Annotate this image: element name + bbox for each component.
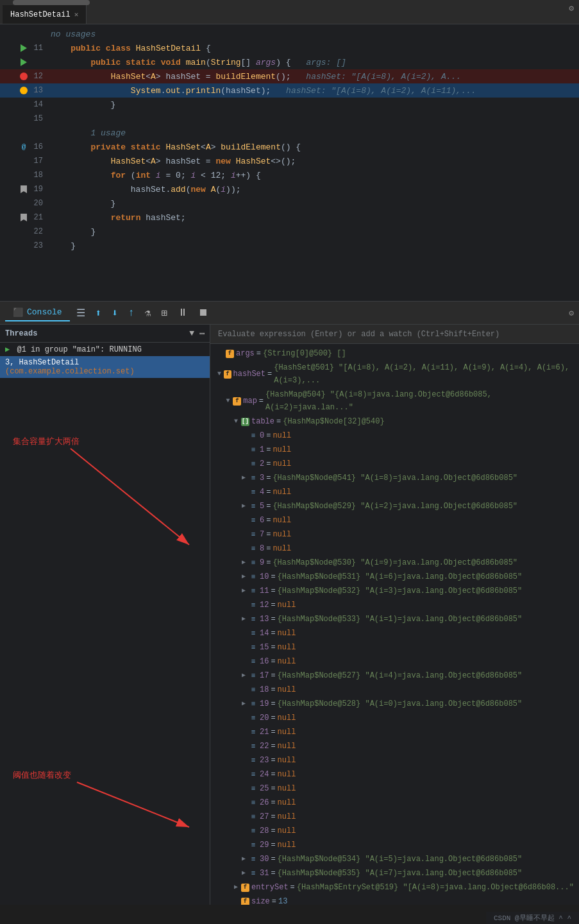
var-table-7[interactable]: ≡ 7 = null — [210, 527, 579, 542]
svg-line-3 — [77, 782, 189, 827]
debug-panel: Threads ▼ ⋯ ▶ @1 in group "main": RUNNIN… — [0, 325, 579, 905]
code-line-12: 12 HashSet<A> hashSet = buildElement(); … — [0, 69, 579, 83]
tab-hashsetdetail[interactable]: HashSetDetail ✕ — [3, 5, 87, 24]
threads-title: Threads — [5, 329, 37, 338]
var-table-26[interactable]: ≡ 26 = null — [210, 796, 579, 810]
var-table-9[interactable]: ≡ 9 = {HashMap$Node@530} "A(i=9)=java.la… — [210, 556, 579, 570]
tab-bar: HashSetDetail ✕ ⚙ — [0, 5, 579, 24]
var-table-arrow — [231, 415, 241, 428]
var-map-icon: f — [233, 397, 241, 406]
annotation-threshold-text: 阈值也随着改变 — [13, 769, 71, 781]
code-line-20: 20 } — [0, 196, 579, 210]
step-into-btn[interactable]: ⬇ — [108, 304, 122, 322]
var-2-icon: ≡ — [249, 459, 258, 468]
var-table-25[interactable]: ≡ 25 = null — [210, 782, 579, 796]
bookmark-icon-21 — [20, 214, 28, 221]
var-table-18[interactable]: ≡ 18 = null — [210, 683, 579, 697]
var-table-31[interactable]: ≡ 31 = {HashMap$Node@535} "A(i=7)=java.l… — [210, 866, 579, 880]
var-table-16[interactable]: ≡ 16 = null — [210, 654, 579, 669]
var-table[interactable]: [] table = {HashMap$Node[32]@540} — [210, 415, 579, 429]
annotation-capacity-arrow — [0, 378, 199, 750]
var-table-8[interactable]: ≡ 8 = null — [210, 542, 579, 556]
code-line-22: 22 } — [0, 225, 579, 239]
var-table-17[interactable]: ≡ 17 = {HashMap$Node@527} "A(i=4)=java.l… — [210, 669, 579, 683]
var-table-27[interactable]: ≡ 27 = null — [210, 810, 579, 824]
var-map-arrow — [223, 395, 233, 407]
var-11-arrow — [239, 585, 249, 597]
var-table-12[interactable]: ≡ 12 = null — [210, 598, 579, 612]
var-map[interactable]: f map = {HashMap@504} "{A(i=8)=java.lang… — [210, 388, 579, 415]
gutter-13: 13 — [0, 86, 48, 95]
console-label: Console — [27, 307, 62, 317]
var-table-10[interactable]: ≡ 10 = {HashMap$Node@531} "A(i=6)=java.l… — [210, 570, 579, 584]
var-table-14[interactable]: ≡ 14 = null — [210, 626, 579, 640]
var-table-22[interactable]: ≡ 22 = null — [210, 739, 579, 753]
var-table-29[interactable]: ≡ 29 = null — [210, 838, 579, 852]
var-hashset[interactable]: f hashSet = {HashSet@501} "[A(i=8), A(i=… — [210, 361, 579, 388]
var-0-icon: ≡ — [249, 431, 258, 440]
thread-main-item[interactable]: ▶ @1 in group "main": RUNNING — [0, 343, 210, 356]
var-table-30[interactable]: ≡ 30 = {HashMap$Node@534} "A(i=5)=java.l… — [210, 852, 579, 866]
code-line-15: 15 — [0, 112, 579, 126]
var-table-6[interactable]: ≡ 6 = null — [210, 513, 579, 527]
thread-active-item[interactable]: 3, HashSetDetail (com.example.collection… — [0, 356, 210, 378]
code-line-main: public static void main(String[] args) {… — [0, 55, 579, 69]
gutter-15: 15 — [0, 114, 48, 123]
var-9-icon: ≡ — [249, 558, 258, 567]
var-size[interactable]: f size = 13 — [210, 894, 579, 905]
var-entryset[interactable]: f entrySet = {HashMap$EntrySet@519} "[A(… — [210, 880, 579, 894]
var-table-icon: [] — [241, 418, 249, 426]
filter-threads-icon[interactable]: ▼ — [189, 329, 194, 339]
var-table-4[interactable]: ≡ 4 = null — [210, 485, 579, 499]
horizontal-scrollbar[interactable] — [0, 0, 579, 5]
var-hashset-icon: f — [224, 370, 231, 379]
debug-toolbar: ⬛ Console ☰ ⬆ ⬇ ↑ ⚗ ⊞ ⏸ ⏹ ⚙ — [0, 302, 579, 325]
pause-btn[interactable]: ⏸ — [174, 304, 192, 321]
var-table-3[interactable]: ≡ 3 = {HashMap$Node@541} "A(i=8)=java.la… — [210, 471, 579, 485]
console-icon: ⬛ — [13, 307, 23, 318]
settings-gear-icon[interactable]: ⚙ — [569, 308, 574, 318]
step-over-btn[interactable]: ⬆ — [92, 304, 106, 322]
watch-icon — [20, 87, 28, 94]
svg-line-1 — [71, 449, 189, 545]
console-tab[interactable]: ⬛ Console — [5, 305, 70, 321]
threads-menu-icon[interactable]: ⋯ — [199, 329, 205, 339]
step-out-btn[interactable]: ↑ — [124, 305, 138, 321]
var-args-icon: f — [226, 350, 234, 358]
var-table-11[interactable]: ≡ 11 = {HashMap$Node@532} "A(i=3)=java.l… — [210, 584, 579, 598]
var-table-19[interactable]: ≡ 19 = {HashMap$Node@528} "A(i=0)=java.l… — [210, 697, 579, 711]
gutter-21: 21 — [0, 213, 48, 222]
var-table-15[interactable]: ≡ 15 = null — [210, 640, 579, 654]
var-table-0[interactable]: ≡ 0 = null — [210, 429, 579, 443]
lines-btn[interactable]: ☰ — [72, 304, 89, 322]
code-line-18: 18 for (int i = 0; i < 12; i++) { — [0, 168, 579, 182]
eval-bar: Evaluate expression (Enter) or add a wat… — [210, 325, 579, 344]
var-table-23[interactable]: ≡ 23 = null — [210, 753, 579, 767]
gutter-11: 11 — [0, 44, 48, 53]
at-icon: @ — [20, 143, 28, 151]
var-table-21[interactable]: ≡ 21 = null — [210, 725, 579, 739]
table-btn[interactable]: ⊞ — [157, 304, 171, 322]
play-icon-2 — [20, 58, 28, 66]
var-table-1[interactable]: ≡ 1 = null — [210, 443, 579, 457]
var-table-20[interactable]: ≡ 20 = null — [210, 711, 579, 725]
var-table-2[interactable]: ≡ 2 = null — [210, 457, 579, 471]
settings-icon[interactable]: ⚙ — [569, 3, 574, 13]
code-line-23: 23 } — [0, 239, 579, 253]
gutter-17: 17 — [0, 157, 48, 166]
var-table-5[interactable]: ≡ 5 = {HashMap$Node@529} "A(i=2)=java.la… — [210, 499, 579, 513]
var-13-icon: ≡ — [249, 615, 258, 624]
restore-btn[interactable]: ⏹ — [194, 304, 212, 321]
filter-btn[interactable]: ⚗ — [141, 304, 155, 322]
var-table-13[interactable]: ≡ 13 = {HashMap$Node@533} "A(i=1)=java.l… — [210, 612, 579, 626]
gutter-main — [0, 58, 48, 66]
var-5-icon: ≡ — [249, 502, 258, 511]
var-table-28[interactable]: ≡ 28 = null — [210, 824, 579, 838]
tab-close-icon[interactable]: ✕ — [74, 10, 79, 19]
var-args[interactable]: f args = {String[0]@500} [] — [210, 346, 579, 361]
annotation-area-top: 集合容量扩大两倍 — [0, 378, 210, 763]
var-4-icon: ≡ — [249, 488, 258, 497]
code-line-11: 11 public class HashSetDetail { — [0, 41, 579, 55]
var-table-24[interactable]: ≡ 24 = null — [210, 767, 579, 782]
tab-label: HashSetDetail — [10, 10, 71, 19]
